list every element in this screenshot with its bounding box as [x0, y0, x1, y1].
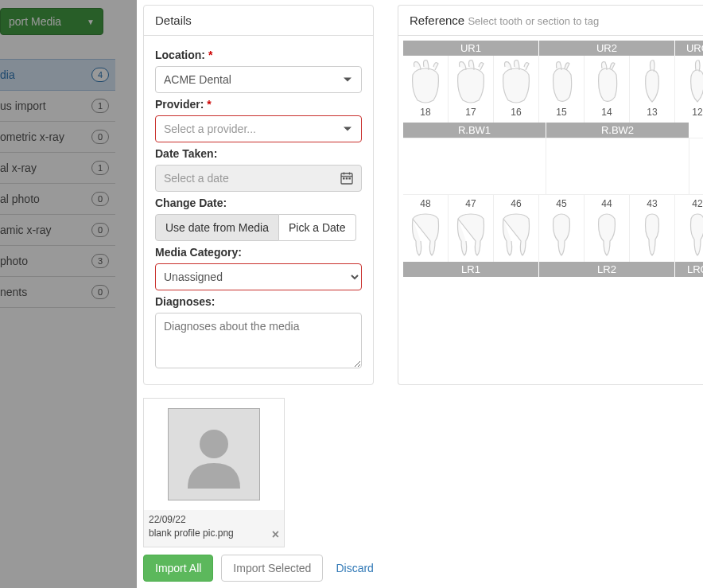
date-taken-label: Date Taken: [155, 147, 362, 160]
media-category-select[interactable]: Unassigned [155, 263, 362, 290]
tooth-cell[interactable]: 12 [675, 56, 703, 123]
import-media-label: port Media [9, 15, 61, 28]
sidebar-item[interactable]: dia4 [0, 59, 115, 91]
change-date-toggle: Use date from Media Pick a Date [155, 214, 362, 241]
sidebar-item[interactable]: nents0 [0, 277, 115, 308]
tooth-cell[interactable]: 43 [630, 195, 675, 262]
details-heading: Details [144, 6, 373, 36]
provider-label: Provider: * [155, 98, 362, 111]
tooth-cell[interactable]: 46 [494, 195, 539, 262]
sidebar-item-count: 1 [91, 161, 109, 175]
location-label: Location: * [155, 49, 362, 61]
media-filename: blank profile pic.png [149, 527, 279, 540]
import-all-button[interactable]: Import All [143, 555, 213, 582]
person-icon [178, 419, 250, 490]
diagnoses-label: Diagnoses: [155, 295, 362, 308]
tooth-cell[interactable]: 45 [539, 195, 585, 262]
sidebar-item-count: 0 [91, 192, 109, 206]
import-modal: Details Location: * ACME Dental Provider… [137, 0, 703, 588]
svg-rect-5 [346, 177, 348, 180]
tooth-number: 12 [675, 107, 703, 118]
sidebar-item-label: ometric x-ray [0, 130, 64, 143]
tooth-cell[interactable]: 17 [449, 56, 494, 123]
diagnoses-textarea[interactable] [155, 313, 362, 368]
sidebar-item[interactable]: al x-ray1 [0, 153, 115, 184]
bw-cell[interactable] [403, 138, 546, 194]
import-media-button[interactable]: port Media ▼ [0, 8, 103, 35]
tooth-cell[interactable]: 15 [539, 56, 585, 123]
provider-select[interactable]: Select a provider... [155, 115, 362, 142]
calendar-icon [340, 172, 353, 185]
sidebar-item[interactable]: ometric x-ray0 [0, 122, 115, 153]
tooth-number: 47 [449, 198, 493, 209]
tooth-number: 16 [494, 107, 538, 118]
tooth-cell[interactable]: 13 [630, 56, 675, 123]
ref-section-head[interactable]: R.BW1 [403, 123, 546, 138]
ref-section-head[interactable]: URC [675, 41, 703, 56]
reference-subheading: Select tooth or section to tag [468, 15, 599, 27]
tooth-cell[interactable]: 48 [403, 195, 449, 262]
media-date: 22/09/22 [149, 513, 279, 527]
media-thumbnail [168, 408, 260, 500]
media-tile[interactable]: 22/09/22 blank profile pic.png × [143, 398, 285, 547]
sidebar: port Media ▼ dia4us import1ometric x-ray… [0, 0, 115, 588]
svg-point-7 [200, 430, 228, 458]
ref-section-head[interactable]: UR1 [403, 41, 539, 56]
sidebar-item-count: 0 [91, 285, 109, 299]
sidebar-item[interactable]: photo3 [0, 246, 115, 277]
sidebar-item-label: amic x-ray [0, 224, 52, 236]
sidebar-item-label: al x-ray [0, 162, 37, 174]
tooth-cell[interactable]: 16 [494, 56, 539, 123]
tooth-cell[interactable]: 42 [675, 195, 703, 262]
sidebar-item-count: 0 [91, 223, 109, 237]
location-select[interactable]: ACME Dental [155, 66, 362, 93]
sidebar-item-label: us import [0, 99, 46, 112]
tooth-number: 15 [539, 107, 584, 118]
svg-rect-4 [343, 177, 345, 180]
sidebar-item-count: 4 [91, 68, 109, 82]
sidebar-item-label: photo [0, 255, 28, 267]
tooth-cell[interactable]: 47 [449, 195, 494, 262]
sidebar-item-count: 0 [91, 130, 109, 144]
tooth-cell[interactable]: 44 [585, 195, 630, 262]
import-selected-button[interactable]: Import Selected [221, 555, 323, 582]
close-icon[interactable]: × [272, 528, 279, 542]
tooth-number: 44 [585, 198, 629, 209]
sidebar-item[interactable]: us import1 [0, 91, 115, 122]
tooth-number: 14 [585, 107, 629, 118]
sidebar-item[interactable]: al photo0 [0, 184, 115, 215]
details-panel: Details Location: * ACME Dental Provider… [143, 5, 374, 385]
reference-heading: Reference [410, 14, 464, 27]
discard-button[interactable]: Discard [331, 555, 378, 581]
sidebar-item-count: 1 [91, 99, 109, 113]
tooth-number: 18 [403, 107, 448, 118]
ref-section-head[interactable]: R.BW2 [546, 123, 689, 138]
use-date-from-media-button[interactable]: Use date from Media [155, 214, 279, 241]
tooth-number: 17 [449, 107, 493, 118]
ref-section-head[interactable]: LRC [675, 262, 703, 277]
tooth-number: 46 [494, 198, 538, 209]
reference-panel: Reference Select tooth or section to tag… [398, 5, 703, 385]
date-taken-input[interactable]: Select a date [155, 165, 362, 192]
tooth-number: 48 [403, 198, 448, 209]
media-strip: 22/09/22 blank profile pic.png × [137, 398, 703, 547]
tooth-number: 13 [630, 107, 674, 118]
caret-down-icon: ▼ [87, 18, 95, 26]
ref-section-head[interactable]: LR1 [403, 262, 539, 277]
action-bar: Import All Import Selected Discard [143, 555, 379, 582]
sidebar-item-label: nents [0, 286, 27, 298]
tooth-cell[interactable]: 18 [403, 56, 449, 123]
sidebar-item-count: 3 [91, 254, 109, 268]
tooth-number: 45 [539, 198, 584, 209]
sidebar-item[interactable]: amic x-ray0 [0, 215, 115, 246]
svg-rect-6 [348, 177, 351, 180]
ref-section-head[interactable]: UR2 [539, 41, 675, 56]
sidebar-item-label: al photo [0, 193, 40, 205]
tooth-cell[interactable]: 14 [585, 56, 630, 123]
pick-a-date-button[interactable]: Pick a Date [279, 214, 356, 241]
ref-section-head[interactable]: LR2 [539, 262, 675, 277]
sidebar-item-label: dia [0, 68, 15, 81]
change-date-label: Change Date: [155, 197, 362, 209]
media-category-label: Media Category: [155, 246, 362, 259]
bw-cell[interactable] [546, 138, 689, 194]
